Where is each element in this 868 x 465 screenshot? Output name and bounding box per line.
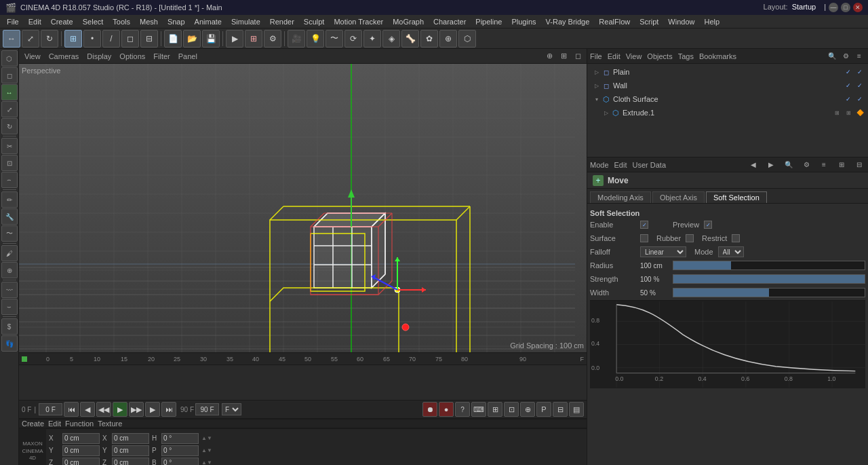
timeline-cursor[interactable] (22, 356, 27, 362)
menu-item-window[interactable]: Window (664, 16, 698, 27)
rotate-tool-button[interactable]: ↻ (41, 30, 58, 48)
restrict-checkbox[interactable] (732, 234, 740, 242)
render-settings-button[interactable]: ⚙ (264, 30, 281, 48)
viewport-display-menu[interactable]: Display (84, 52, 114, 61)
menu-item-sculpt[interactable]: Sculpt (300, 16, 329, 27)
tab-object-axis[interactable]: Object Axis (652, 191, 705, 203)
menu-item-simulate[interactable]: Simulate (227, 16, 264, 27)
cloth-flag-vis[interactable]: ✓ (843, 94, 854, 105)
cloth-expand[interactable]: ▾ (593, 95, 601, 103)
pos-y-input[interactable] (62, 445, 100, 456)
volume-btn[interactable]: ⬡ (458, 30, 476, 48)
bridge-tool-button[interactable]: ⌢ (1, 172, 18, 188)
start-frame-input[interactable] (39, 403, 62, 415)
effector-btn[interactable]: ✦ (363, 30, 381, 48)
viewport-filter-menu[interactable]: Filter (151, 52, 172, 61)
fps-select[interactable]: F (222, 403, 241, 415)
timeline-key-3[interactable]: ⊡ (504, 402, 519, 417)
viewport-icon-1[interactable]: ⊕ (544, 51, 555, 61)
window-controls[interactable]: Layout: Startup | — □ ✕ (764, 3, 863, 12)
timeline-key-7[interactable]: ▤ (569, 402, 584, 417)
bp-create-tab[interactable]: Create (22, 420, 44, 428)
attr-edit-menu[interactable]: Edit (614, 161, 627, 169)
uv-mode-button[interactable]: ⊟ (140, 30, 158, 48)
obj-row-wall[interactable]: ▷ ◻ Wall ✓ ✓ (589, 79, 867, 92)
menu-item-mesh[interactable]: Mesh (136, 16, 162, 27)
attr-tool-2[interactable]: ▶ (765, 159, 777, 171)
attr-tool-3[interactable]: 🔍 (783, 159, 795, 171)
end-frame-input[interactable] (195, 403, 219, 415)
paint-tool-button[interactable]: 🖌 (1, 245, 18, 261)
light-btn[interactable]: 💡 (307, 30, 324, 48)
enable-checkbox[interactable] (640, 221, 648, 229)
particle-btn[interactable]: ✿ (420, 30, 438, 48)
selection-tool-button[interactable]: ⬡ (1, 50, 18, 67)
surface-checkbox[interactable] (640, 234, 648, 242)
pos-x-input[interactable] (62, 433, 100, 444)
mode-select[interactable]: All (718, 246, 744, 257)
walk-button[interactable]: 👣 (1, 335, 18, 352)
menu-item-file[interactable]: File (3, 16, 23, 27)
move-tool-side-button[interactable]: ↔ (1, 84, 18, 100)
mograph-btn[interactable]: ◈ (382, 30, 400, 48)
menu-item-edit[interactable]: Edit (24, 16, 45, 27)
character-btn[interactable]: 🦴 (401, 30, 419, 48)
next-frame-button[interactable]: ▶ (145, 402, 160, 417)
menu-item-character[interactable]: Character (429, 16, 470, 27)
menu-item-animate[interactable]: Animate (191, 16, 226, 27)
render-view-button[interactable]: ▶ (226, 30, 243, 48)
falloff-select[interactable]: Linear Ease In Ease Out (640, 246, 686, 257)
timeline-key-1[interactable]: ⌨ (471, 402, 486, 417)
wall-expand[interactable]: ▷ (593, 81, 601, 90)
record-auto-button[interactable]: ● (439, 402, 454, 417)
obj-bookmarks-menu[interactable]: Bookmarks (699, 52, 736, 60)
smooth-tool-button[interactable]: 〜 (1, 225, 18, 242)
polygon-mode-button[interactable]: ◻ (121, 30, 139, 48)
menu-item-create[interactable]: Create (47, 16, 77, 27)
viewport-cameras-menu[interactable]: Cameras (46, 52, 82, 61)
obj-tool-settings[interactable]: ≡ (853, 50, 865, 62)
tab-modeling-axis[interactable]: Modeling Axis (590, 191, 651, 203)
help-button[interactable]: ? (455, 402, 470, 417)
viewport-icon-3[interactable]: ◻ (572, 51, 584, 61)
loop-cut-button[interactable]: ⊡ (1, 155, 18, 171)
scale-tool-button[interactable]: ⤢ (22, 30, 39, 48)
extrude-flag-dots[interactable]: ⊞ (831, 107, 842, 118)
deformer-btn[interactable]: ⟳ (344, 30, 362, 48)
size-x-input[interactable] (112, 433, 149, 444)
attr-tool-1[interactable]: ◀ (747, 159, 760, 171)
magnet-tool-button[interactable]: 🔧 (1, 208, 18, 225)
viewport-options-menu[interactable]: Options (117, 52, 148, 61)
obj-tool-search[interactable]: 🔍 (826, 50, 838, 62)
bp-texture-tab[interactable]: Texture (98, 420, 122, 428)
menu-item-v-ray-bridge[interactable]: V-Ray Bridge (542, 16, 594, 27)
menu-item-help[interactable]: Help (700, 16, 724, 27)
rot-p-input[interactable] (161, 445, 199, 456)
preview-checkbox[interactable] (704, 221, 712, 229)
timeline-key-6[interactable]: ⊟ (553, 402, 568, 417)
timeline-key-4[interactable]: ⊕ (520, 402, 535, 417)
wall-flag-render[interactable]: ✓ (854, 80, 865, 91)
object-mode-button[interactable]: ⊞ (64, 30, 82, 48)
play-reverse-button[interactable]: ◀◀ (96, 402, 111, 417)
obj-tags-menu[interactable]: Tags (678, 52, 694, 60)
obj-edit-menu[interactable]: Edit (608, 52, 620, 60)
knife-tool-button[interactable]: ✂ (1, 138, 18, 154)
point-mode-button[interactable]: • (83, 30, 101, 48)
close-button[interactable]: ✕ (853, 3, 863, 12)
camera-nav-button[interactable]: $ (1, 318, 18, 335)
menu-item-snap[interactable]: Snap (163, 16, 189, 27)
radius-slider[interactable] (673, 261, 865, 270)
viewport[interactable]: X Y Z Perspective Grid Spacing : 100 cm (19, 64, 587, 352)
spline-btn[interactable]: 〜 (326, 30, 343, 48)
menu-item-script[interactable]: Script (635, 16, 663, 27)
size-y-input[interactable] (112, 445, 149, 456)
obj-file-menu[interactable]: File (590, 52, 602, 60)
menu-item-realflow[interactable]: RealFlow (595, 16, 634, 27)
plain-expand[interactable]: ▷ (593, 68, 601, 76)
camera-btn[interactable]: 🎥 (288, 30, 305, 48)
menu-item-pipeline[interactable]: Pipeline (471, 16, 506, 27)
spline-tool-button[interactable]: 〰 (1, 282, 18, 298)
live-select-button[interactable]: ◻ (1, 67, 18, 83)
obj-row-extrude[interactable]: ▷ ⬡ Extrude.1 ⊞ ⊞ 🔶 (589, 106, 867, 119)
